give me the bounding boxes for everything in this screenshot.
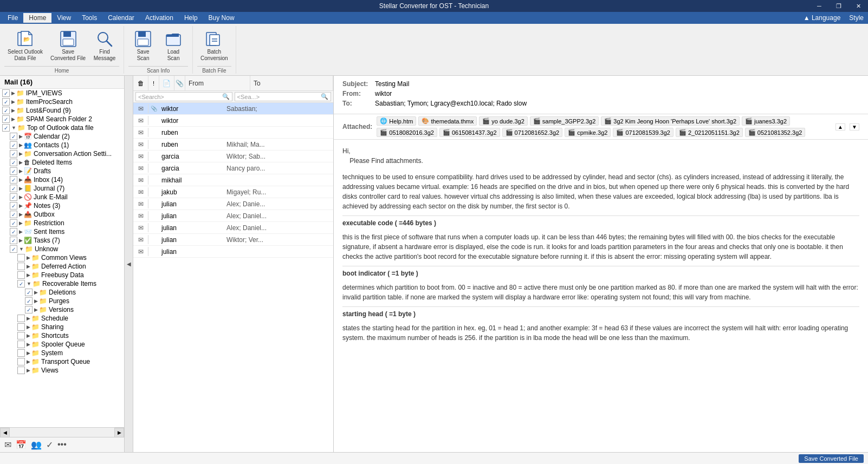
mail-row-5[interactable]: ✉garciaWiktor; Sab... [133, 151, 333, 162]
sidebar-item-contacts[interactable]: ▶👥Contacts (1) [0, 141, 124, 149]
attachment-scroll-up[interactable]: ▲ [835, 123, 845, 130]
checkbox-calendar[interactable] [10, 133, 17, 140]
mail-row-7[interactable]: ✉mikhail [133, 174, 333, 186]
sidebar-item-unknow[interactable]: ▼📁Unknow [0, 245, 124, 253]
sidebar-item-sent-items[interactable]: ▶📨Sent Items [0, 227, 124, 236]
checkbox-transport-queue[interactable] [17, 358, 25, 365]
menu-item-tools[interactable]: Tools [76, 13, 102, 23]
checkbox-lost-found[interactable] [2, 107, 10, 114]
checkbox-spam-search[interactable] [2, 115, 10, 123]
style-menu[interactable]: Style [849, 14, 864, 22]
mail-row-3[interactable]: ✉ruben [133, 127, 333, 139]
checkbox-ipm-views[interactable] [2, 89, 10, 97]
checkbox-freebusy-data[interactable] [17, 271, 25, 279]
tasks-nav-icon[interactable]: ✓ [46, 440, 53, 450]
checkbox-versions[interactable] [25, 306, 33, 313]
sidebar-item-notes[interactable]: ▶📌Notes (3) [0, 201, 124, 210]
mail-row-4[interactable]: ✉rubenMikhail; Ma... [133, 139, 333, 151]
expand-top-outlook[interactable]: ▼ [11, 125, 16, 130]
checkbox-deletions[interactable] [25, 289, 33, 296]
checkbox-junk-email[interactable] [10, 193, 17, 201]
sidebar-item-tasks[interactable]: ▶✅Tasks (7) [0, 236, 124, 245]
checkbox-spooler-queue[interactable] [17, 341, 25, 348]
sidebar-item-itemprocsearch[interactable]: ▶📁ItemProcSearch [0, 97, 124, 106]
more-nav-icon[interactable]: ••• [57, 440, 67, 450]
attachment-3g2-Kim-Jeong-Hoon-'Perhaps-Love'-short.3g2[interactable]: 🎬3g2 Kim Jeong Hoon 'Perhaps Love' short… [601, 116, 740, 126]
checkbox-sent-items[interactable] [10, 228, 17, 236]
attachment-cpmike.3g2[interactable]: 🎬cpmike.3g2 [565, 128, 611, 137]
sidebar-item-purges[interactable]: ▶📁Purges [0, 297, 124, 305]
language-menu[interactable]: ▲ Language [804, 14, 841, 22]
attachment-yo-dude.3g2[interactable]: 🎬yo dude.3g2 [479, 116, 528, 126]
checkbox-notes[interactable] [10, 202, 17, 210]
hscroll-right[interactable]: ▶ [114, 428, 124, 437]
expand-contacts[interactable]: ▶ [19, 142, 23, 148]
expand-schedule[interactable]: ▶ [27, 316, 30, 321]
checkbox-unknow[interactable] [10, 245, 17, 253]
sidebar-item-conversation-action[interactable]: ▶📁Conversation Action Setti... [0, 149, 124, 158]
mail-row-12[interactable]: ✉julianWiktor; Ver... [133, 234, 333, 246]
checkbox-common-views[interactable] [17, 254, 25, 262]
sidebar-item-recoverable-items[interactable]: ▼📁Recoverable Items [0, 279, 124, 288]
sidebar-item-inbox[interactable]: ▶📥Inbox (14) [0, 175, 124, 184]
checkbox-purges[interactable] [25, 297, 33, 305]
menu-item-activation[interactable]: Activation [140, 13, 179, 23]
sidebar-item-shortcuts[interactable]: ▶📁Shortcuts [0, 331, 124, 340]
mail-row-13[interactable]: ✉julian [133, 246, 333, 258]
mail-row-11[interactable]: ✉julianAlex; Daniel... [133, 222, 333, 234]
attachment-scroll-down[interactable]: ▼ [850, 123, 859, 130]
select-outlook-button[interactable]: 📂 Select OutlookData File [4, 28, 46, 64]
to-search-field[interactable]: <Sea...> 🔍 [235, 92, 332, 101]
from-col-header[interactable]: From [185, 76, 250, 90]
save-converted-button[interactable]: SaveConverted File [47, 28, 89, 64]
checkbox-sharing[interactable] [17, 323, 25, 331]
expand-purges[interactable]: ▶ [34, 298, 38, 304]
attachment-Help.htm[interactable]: 🌐Help.htm [377, 116, 416, 126]
menu-item-file[interactable]: File [2, 13, 23, 23]
find-message-button[interactable]: FindMessage [90, 28, 119, 64]
calendar-nav-icon[interactable]: 📅 [16, 440, 27, 450]
checkbox-schedule[interactable] [17, 315, 25, 322]
mail-row-8[interactable]: ✉jakubMigayel; Ru... [133, 186, 333, 198]
menu-item-buy now[interactable]: Buy Now [203, 13, 240, 23]
attachment-0521081352.3g2[interactable]: 🎬0521081352.3g2 [745, 128, 806, 137]
sidebar-item-spam-search[interactable]: ▶📁SPAM Search Folder 2 [0, 115, 124, 123]
batch-conversion-button[interactable]: BatchConversion [197, 28, 231, 64]
expand-deferred-action[interactable]: ▶ [27, 264, 30, 269]
expand-drafts[interactable]: ▶ [19, 168, 23, 174]
sidebar-item-restriction[interactable]: ▶📁Restriction [0, 219, 124, 227]
load-scan-button[interactable]: LoadScan [159, 28, 188, 64]
sidebar-item-top-outlook[interactable]: ▼📁Top of Outlook data file [0, 123, 124, 132]
sidebar-item-versions[interactable]: ▶📁Versions [0, 305, 124, 314]
sidebar-item-views[interactable]: ▶📁Views [0, 366, 124, 375]
expand-sent-items[interactable]: ▶ [19, 229, 23, 234]
attachment-themedata.thmx[interactable]: 🎨themedata.thmx [418, 116, 477, 126]
checkbox-outbox[interactable] [10, 211, 17, 218]
menu-item-home[interactable]: Home [23, 13, 51, 23]
attachment-sample_3GPP2.3g2[interactable]: 🎬sample_3GPP2.3g2 [530, 116, 599, 126]
sidebar-item-schedule[interactable]: ▶📁Schedule [0, 314, 124, 323]
expand-inbox[interactable]: ▶ [19, 177, 23, 182]
sidebar-item-drafts[interactable]: ▶📝Drafts [0, 167, 124, 175]
expand-outbox[interactable]: ▶ [19, 212, 23, 217]
expand-spooler-queue[interactable]: ▶ [27, 342, 30, 347]
expand-deletions[interactable]: ▶ [34, 290, 38, 295]
minimize-button[interactable]: ─ [809, 0, 829, 12]
expand-system[interactable]: ▶ [27, 350, 30, 356]
expand-restriction[interactable]: ▶ [19, 220, 23, 226]
attachment-2_0212051151.3g2[interactable]: 🎬2_0212051151.3g2 [676, 128, 743, 137]
sidebar-item-sharing[interactable]: ▶📁Sharing [0, 323, 124, 331]
checkbox-shortcuts[interactable] [17, 332, 25, 339]
expand-junk-email[interactable]: ▶ [19, 194, 23, 200]
sidebar-item-spooler-queue[interactable]: ▶📁Spooler Queue [0, 340, 124, 349]
sidebar-item-common-views[interactable]: ▶📁Common Views [0, 253, 124, 262]
menu-item-calendar[interactable]: Calendar [102, 13, 140, 23]
sidebar-item-deferred-action[interactable]: ▶📁Deferred Action [0, 262, 124, 271]
mail-row-10[interactable]: ✉julianAlex; Daniel... [133, 210, 333, 222]
expand-transport-queue[interactable]: ▶ [27, 359, 30, 364]
attachment-0518082016.3g2[interactable]: 🎬0518082016.3g2 [377, 128, 437, 137]
expand-spam-search[interactable]: ▶ [11, 116, 15, 122]
expand-itemprocsearch[interactable]: ▶ [11, 99, 15, 104]
sidebar-item-junk-email[interactable]: ▶🚫Junk E-Mail [0, 193, 124, 201]
expand-deleted-items[interactable]: ▶ [19, 160, 23, 165]
